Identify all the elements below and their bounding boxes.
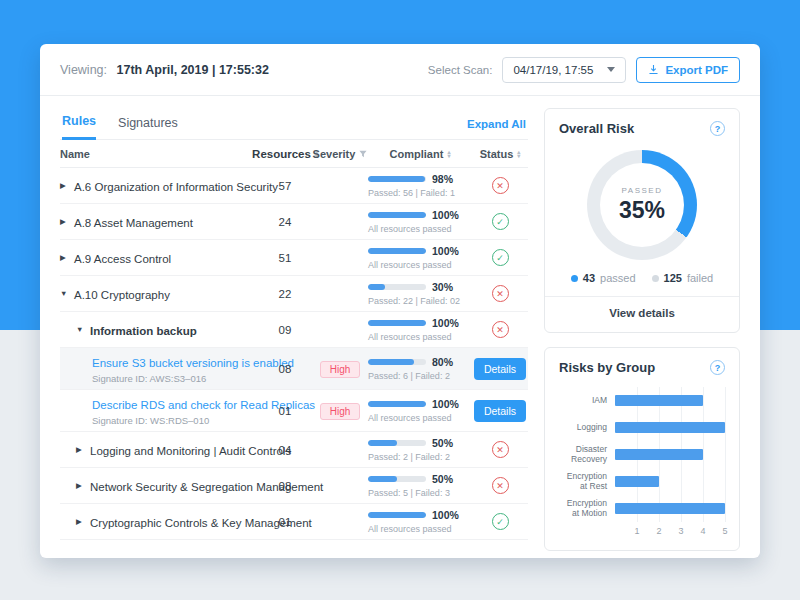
export-pdf-button[interactable]: Export PDF	[636, 57, 740, 83]
compliance-subtext: Passed: 5 | Failed: 3	[368, 488, 472, 498]
compliance-subtext: All resources passed	[368, 332, 472, 342]
compliance-progress-bar	[368, 476, 426, 482]
compliance-subtext: Passed: 6 | Failed: 2	[368, 371, 472, 381]
bar-labels: IAMLoggingDisaster RecoveryEncryption at…	[559, 387, 615, 522]
row-resources: 09	[258, 324, 312, 336]
column-header-compliant[interactable]: Compliant ▴▾	[368, 148, 472, 160]
status-failed-icon: ✕	[492, 321, 509, 338]
column-header-name[interactable]: Name	[60, 148, 258, 160]
bar-label: IAM	[559, 387, 615, 414]
details-button[interactable]: Details	[474, 358, 526, 380]
chevron-down-icon	[607, 67, 615, 72]
compliance-percent: 30%	[432, 281, 453, 293]
x-tick-label: 2	[656, 526, 661, 536]
bar-label: Logging	[559, 414, 615, 441]
row-caret-icon[interactable]: ▶	[76, 445, 90, 454]
x-tick-label: 4	[700, 526, 705, 536]
row-caret-icon[interactable]: ▼	[76, 325, 90, 334]
bars-col	[615, 387, 725, 522]
filter-icon	[359, 150, 367, 158]
row-resources: 08	[258, 363, 312, 375]
header-actions: Select Scan: 04/17/19, 17:55 Export PDF	[428, 57, 740, 83]
export-icon	[648, 64, 659, 75]
compliance-progress-bar	[368, 248, 426, 254]
overall-risk-donut-chart: PASSED 35%	[587, 150, 697, 260]
row-caret-icon[interactable]: ▶	[60, 253, 74, 262]
tab-bar: Rules Signatures Expand All	[60, 108, 528, 140]
details-button[interactable]: Details	[474, 400, 526, 422]
status-failed-icon: ✕	[492, 285, 509, 302]
compliance-progress-bar	[368, 512, 426, 518]
table-row[interactable]: ▶ A.8 Asset Management 24 100% All resou…	[60, 204, 528, 240]
row-resources: 24	[258, 216, 312, 228]
compliance-percent: 50%	[432, 473, 453, 485]
overall-risk-card: Overall Risk ? PASSED 35% 43 passe	[544, 108, 740, 333]
table-row[interactable]: ▶ Network Security & Segregation Managem…	[60, 468, 528, 504]
table-row[interactable]: Describe RDS and check for Read Replicas…	[60, 390, 528, 432]
sort-icon: ▴▾	[517, 150, 520, 159]
help-icon[interactable]: ?	[710, 360, 725, 375]
view-details-link[interactable]: View details	[545, 296, 739, 320]
row-caret-icon[interactable]: ▶	[60, 181, 74, 190]
risks-by-group-card: Risks by Group ? IAMLoggingDisaster Reco…	[544, 347, 740, 551]
compliance-progress-bar	[368, 176, 426, 182]
donut-center-label: PASSED	[622, 186, 663, 195]
failed-dot-icon	[652, 275, 659, 282]
severity-badge: High	[320, 361, 361, 378]
tab-rules[interactable]: Rules	[62, 114, 96, 140]
row-caret-icon[interactable]: ▶	[76, 481, 90, 490]
signature-id: Signature ID: AWS:S3–016	[92, 373, 258, 384]
legend-item-passed: 43 passed	[571, 272, 636, 284]
bar-label: Encryption at Rest	[559, 468, 615, 495]
tab-signatures[interactable]: Signatures	[118, 116, 178, 139]
row-name: A.8 Asset Management	[74, 217, 193, 229]
status-passed-icon: ✓	[492, 249, 509, 266]
severity-badge: High	[320, 403, 361, 420]
row-caret-icon[interactable]: ▶	[76, 517, 90, 526]
table-row[interactable]: ▼ A.10 Cryptography 22 30% Passed: 22 | …	[60, 276, 528, 312]
row-name: A.9 Access Control	[74, 253, 171, 265]
table-row[interactable]: ▶ Logging and Monitoring | Audit Control…	[60, 432, 528, 468]
page-background: Viewing: 17th April, 2019 | 17:55:32 Sel…	[0, 0, 800, 600]
bar	[615, 449, 703, 460]
help-icon[interactable]: ?	[710, 121, 725, 136]
bar	[615, 503, 725, 514]
compliance-percent: 50%	[432, 437, 453, 449]
row-name: A.6 Organization of Information Security	[74, 181, 278, 193]
compliance-progress-bar	[368, 284, 426, 290]
compliance-percent: 100%	[432, 317, 459, 329]
status-passed-icon: ✓	[492, 213, 509, 230]
viewing-info: Viewing: 17th April, 2019 | 17:55:32	[60, 63, 269, 77]
compliance-progress-bar	[368, 440, 426, 446]
signature-id: Signature ID: WS:RDS–010	[92, 415, 258, 426]
table-row[interactable]: Ensure S3 bucket versioning is enabled S…	[60, 348, 528, 390]
bar	[615, 422, 725, 433]
column-header-resources[interactable]: Resources ▴▾	[258, 148, 312, 160]
compliance-progress-bar	[368, 401, 426, 407]
row-caret-icon[interactable]: ▶	[60, 217, 74, 226]
table-row[interactable]: ▶ A.6 Organization of Information Securi…	[60, 168, 528, 204]
bar	[615, 395, 703, 406]
bar	[615, 476, 659, 487]
rules-table-body: ▶ A.6 Organization of Information Securi…	[60, 168, 528, 540]
row-name: Information backup	[90, 325, 197, 337]
scan-select-dropdown[interactable]: 04/17/19, 17:55	[502, 57, 626, 83]
x-axis: 12345	[559, 526, 725, 538]
compliance-subtext: All resources passed	[368, 260, 472, 270]
compliance-percent: 100%	[432, 209, 459, 221]
column-header-severity[interactable]: Severity	[312, 148, 368, 160]
legend-item-failed: 125 failed	[652, 272, 714, 284]
table-row[interactable]: ▶ A.9 Access Control 51 100% All resourc…	[60, 240, 528, 276]
table-row[interactable]: ▼ Information backup 09 100% All resourc…	[60, 312, 528, 348]
x-tick-label: 3	[678, 526, 683, 536]
table-header: Name Resources ▴▾ Severity Compliant	[60, 140, 528, 168]
expand-all-link[interactable]: Expand All	[467, 118, 526, 139]
table-row[interactable]: ▶ Cryptographic Controls & Key Managemen…	[60, 504, 528, 540]
row-caret-icon[interactable]: ▼	[60, 289, 74, 298]
x-tick-label: 5	[722, 526, 727, 536]
column-header-status[interactable]: Status ▴▾	[472, 148, 528, 160]
row-resources: 57	[258, 180, 312, 192]
row-resources: 04	[258, 444, 312, 456]
compliance-progress-bar	[368, 359, 426, 365]
status-failed-icon: ✕	[492, 177, 509, 194]
